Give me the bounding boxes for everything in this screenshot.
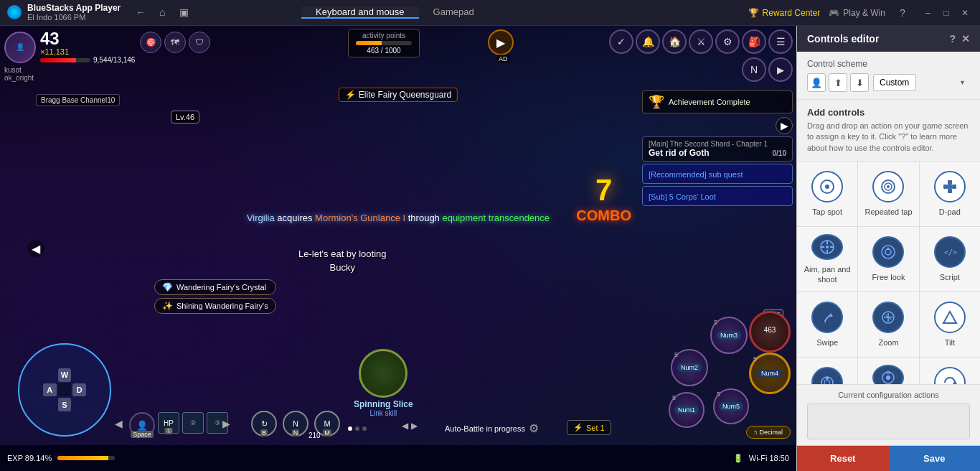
script-label: Script xyxy=(940,272,960,282)
reward-center-label: Reward Center xyxy=(763,8,821,18)
aim-pan-shoot-icon xyxy=(811,234,843,259)
free-look-icon xyxy=(872,236,904,268)
free-look-label: Free look xyxy=(872,272,905,282)
tap-spot-label: Tap spot xyxy=(812,207,842,217)
game-screen[interactable]: 👤 43 ×11,131 9,544/13,146 kusot ok_orig xyxy=(0,26,796,471)
scheme-action-icons: 👤 ⬆ ⬇ xyxy=(807,73,869,92)
maximize-button[interactable]: □ xyxy=(938,5,954,21)
control-rotate[interactable]: Rotate xyxy=(920,358,980,384)
tab-area: Keyboard and mouse Gamepad xyxy=(301,6,741,19)
svg-rect-8 xyxy=(952,185,956,189)
current-config-title: Current configuration actions xyxy=(807,391,970,399)
svg-point-17 xyxy=(885,249,891,255)
control-moba-d-pad[interactable]: MOBA D-Pad xyxy=(797,358,857,384)
controls-header: Controls editor ? ✕ xyxy=(797,26,980,52)
controls-title: Controls editor xyxy=(807,33,879,45)
help-icon[interactable]: ? xyxy=(949,33,956,45)
control-d-pad[interactable]: D-pad xyxy=(920,162,980,226)
window-button[interactable]: ▣ xyxy=(175,4,192,21)
add-controls-desc: Drag and drop an action on your game scr… xyxy=(807,121,970,154)
control-aim-pan-shoot[interactable]: Aim, pan and shoot xyxy=(797,227,857,292)
tilt-label: Tilt xyxy=(945,337,955,348)
control-swipe[interactable]: Swipe xyxy=(797,292,857,357)
svg-marker-33 xyxy=(953,381,957,384)
game-background xyxy=(0,26,796,471)
control-scheme-section: Control scheme 👤 ⬆ ⬇ Custom xyxy=(797,52,980,100)
config-actions-area xyxy=(807,404,970,439)
scheme-select[interactable]: Custom xyxy=(873,74,916,91)
nav-icons: ← ⌂ ▣ xyxy=(132,4,192,21)
scheme-user-icon[interactable]: 👤 xyxy=(807,73,826,92)
play-icon: 🎮 xyxy=(829,8,839,18)
tilt-icon xyxy=(934,302,966,333)
svg-point-4 xyxy=(887,185,890,188)
control-tap-spot[interactable]: Tap spot xyxy=(797,162,857,226)
top-bar-left: BlueStacks App Player El Indo 1066 PM ← … xyxy=(0,3,301,23)
add-controls-section: Add controls Drag and drop an action on … xyxy=(797,100,980,162)
bluestacks-logo xyxy=(7,5,22,19)
control-repeated-tap[interactable]: Repeated tap xyxy=(858,162,918,226)
scheme-select-wrapper: Custom xyxy=(873,74,970,91)
repeated-tap-label: Repeated tap xyxy=(864,207,912,217)
rotate-icon xyxy=(934,367,966,384)
minimize-button[interactable]: – xyxy=(920,5,936,21)
aim-pan-shoot-label: Aim, pan and shoot xyxy=(801,264,854,285)
script-icon: </> xyxy=(934,236,966,268)
back-button[interactable]: ← xyxy=(132,4,149,21)
svg-rect-7 xyxy=(943,185,948,189)
tab-gamepad[interactable]: Gamepad xyxy=(419,6,489,19)
trophy-icon: 🏆 xyxy=(748,8,759,18)
svg-point-15 xyxy=(826,246,829,248)
zoom-label: Zoom xyxy=(878,337,898,348)
help-button[interactable]: ? xyxy=(894,4,911,22)
d-pad-label: D-pad xyxy=(939,207,961,217)
play-win-label: Play & Win xyxy=(843,8,885,18)
svg-rect-9 xyxy=(948,185,952,189)
bottom-buttons: Reset Save xyxy=(797,445,980,471)
zoom-icon xyxy=(872,302,904,333)
moba-d-pad-icon xyxy=(811,367,843,384)
swipe-icon xyxy=(811,302,843,333)
control-free-look[interactable]: Free look xyxy=(858,227,918,292)
reward-center-button[interactable]: 🏆 Reward Center xyxy=(748,8,821,18)
swipe-label: Swipe xyxy=(816,337,838,348)
svg-marker-25 xyxy=(943,312,956,323)
scheme-row: 👤 ⬆ ⬇ Custom xyxy=(807,73,970,92)
tab-keyboard[interactable]: Keyboard and mouse xyxy=(301,6,419,19)
app-subtitle: El Indo 1066 PM xyxy=(27,13,85,22)
svg-point-18 xyxy=(887,248,890,250)
control-moba-skill-pad[interactable]: MOBA Skill pad xyxy=(858,358,918,384)
svg-point-31 xyxy=(886,376,890,380)
controls-grid: Tap spot Repeated tap D-pad xyxy=(797,162,980,384)
svg-marker-20 xyxy=(829,313,833,317)
scheme-label: Control scheme xyxy=(807,59,970,69)
top-bar: BlueStacks App Player El Indo 1066 PM ← … xyxy=(0,0,980,26)
moba-skill-pad-icon xyxy=(872,365,904,384)
controls-header-icons: ? ✕ xyxy=(949,33,970,45)
reset-button[interactable]: Reset xyxy=(797,446,889,471)
app-name: BlueStacks App Player xyxy=(27,3,121,13)
close-button[interactable]: ✕ xyxy=(957,5,973,21)
controls-close-icon[interactable]: ✕ xyxy=(961,33,970,45)
d-pad-icon xyxy=(934,171,966,202)
svg-rect-6 xyxy=(948,189,952,193)
main-area: 👤 43 ×11,131 9,544/13,146 kusot ok_orig xyxy=(0,26,980,471)
top-bar-right: 🏆 Reward Center 🎮 Play & Win ? – □ ✕ xyxy=(741,4,980,22)
scheme-upload-icon[interactable]: ⬆ xyxy=(829,73,847,92)
tap-spot-icon xyxy=(811,171,843,202)
control-tilt[interactable]: Tilt xyxy=(920,292,980,357)
app-title: BlueStacks App Player El Indo 1066 PM xyxy=(27,3,121,23)
window-controls: – □ ✕ xyxy=(920,5,973,21)
current-config-section: Current configuration actions xyxy=(797,384,980,445)
add-controls-title: Add controls xyxy=(807,107,970,118)
svg-rect-5 xyxy=(948,180,952,185)
control-script[interactable]: </> Script xyxy=(920,227,980,292)
save-button[interactable]: Save xyxy=(889,446,981,471)
home-button[interactable]: ⌂ xyxy=(154,4,171,21)
svg-point-1 xyxy=(825,185,829,189)
control-zoom[interactable]: Zoom xyxy=(858,292,918,357)
scheme-download-icon[interactable]: ⬇ xyxy=(850,73,869,92)
play-win-button[interactable]: 🎮 Play & Win xyxy=(829,8,885,18)
svg-text:</>: </> xyxy=(944,248,957,256)
tab-gamepad-label: Gamepad xyxy=(433,6,474,17)
